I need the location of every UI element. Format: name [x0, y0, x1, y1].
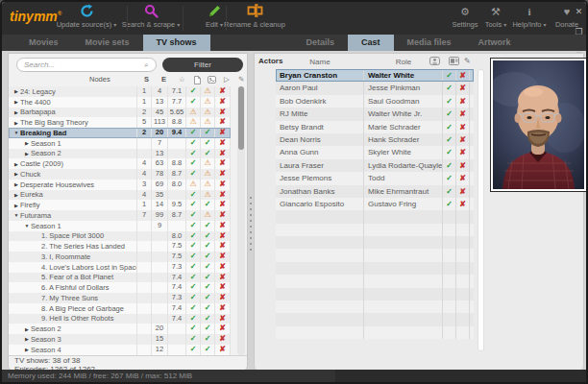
expand-arrow-icon[interactable]: ▶ — [12, 203, 20, 208]
season-count-cell: 2 — [137, 128, 152, 138]
images-icon[interactable] — [208, 75, 216, 84]
toolbar-help-info-button[interactable]: iHelp/Info ▾ — [508, 4, 551, 34]
tree-row[interactable]: ▶24: Legacy147.1✓⚠✘ — [9, 86, 231, 97]
expand-arrow-icon[interactable]: ▶ — [23, 326, 31, 332]
expand-arrow-icon[interactable]: ▶ — [23, 336, 31, 342]
tree-row[interactable]: ▶Season 213✓✓✘ — [9, 149, 231, 159]
tree-row[interactable]: ▶Castle (2009)4638.8✓⚠✘ — [9, 158, 231, 169]
cast-row[interactable]: Anna GunnSkyler White✓✘ — [276, 146, 474, 158]
cast-row[interactable]: Aaron PaulJesse Pinkman✓✘ — [276, 82, 474, 94]
collapse-arrow-icon[interactable]: ▼ — [12, 212, 20, 218]
tab-movie-sets[interactable]: Movie sets — [72, 35, 143, 51]
rating-cell: 9.5 — [168, 200, 186, 210]
expand-arrow-icon[interactable]: ▶ — [23, 347, 31, 352]
watched-missing-icon: ✘ — [215, 97, 231, 108]
tree-node-label: 5. Fear of a Bot Planet — [41, 273, 113, 281]
tree-row[interactable]: 2. The Series Has Landed7.5✓✓✘ — [9, 241, 231, 252]
tree-row[interactable]: ▼Breaking Bad2209.4✓✓✘ — [9, 128, 231, 138]
cast-row[interactable]: Betsy BrandtMarie Schrader✓✘ — [276, 121, 474, 133]
tree-row[interactable]: 7. My Three Suns7.3✓✓✘ — [9, 293, 231, 303]
tree-row[interactable]: ▶Desperate Housewives3698.0⚠⚠✘ — [9, 180, 231, 190]
tree-row[interactable]: 8. A Big Piece of Garbage7.4✓✓✘ — [9, 303, 231, 314]
tree-node-label: Desperate Housewives — [20, 180, 94, 189]
collapse-arrow-icon[interactable]: ▼ — [12, 130, 20, 135]
tree-row[interactable]: 5. Fear of a Bot Planet7.4✓✓✘ — [9, 273, 231, 283]
expand-arrow-icon[interactable]: ▶ — [12, 99, 20, 105]
toolbar-separator — [183, 6, 184, 31]
detail-tab-artwork[interactable]: Artwork — [465, 35, 525, 51]
cast-row[interactable]: Giancarlo EspositoGustavo Fring✓✘ — [276, 198, 474, 210]
tree-row[interactable]: ▶Chuck4788.7✓⚠✘ — [9, 169, 231, 180]
cast-empty-row — [276, 313, 474, 325]
expand-arrow-icon[interactable]: ▶ — [12, 161, 20, 167]
cast-row[interactable]: RJ MitteWalter White Jr.✓✘ — [276, 108, 474, 120]
cast-row[interactable]: Jesse PlemonsTodd✓✘ — [276, 172, 474, 184]
expand-arrow-icon[interactable]: ▶ — [12, 181, 20, 187]
cast-scrollbar[interactable] — [478, 69, 484, 351]
actor-role-cell: Hank Schrader — [364, 133, 443, 146]
tree-node-label: Season 2 — [31, 149, 61, 157]
tree-row[interactable]: 4. Love's Labors Lost in Space7.3✓✓✘ — [9, 262, 231, 273]
detail-tab-details[interactable]: Details — [293, 35, 349, 51]
rating-star-icon[interactable]: ☆ — [179, 75, 185, 84]
episode-count-cell — [152, 241, 168, 252]
tree-row[interactable]: 1. Space Pilot 30008.0✓✓✘ — [9, 231, 231, 242]
expand-arrow-icon[interactable]: ▶ — [12, 120, 20, 126]
tab-tv-shows[interactable]: TV shows — [143, 35, 210, 51]
empty-cell — [276, 249, 364, 261]
search-input[interactable] — [16, 58, 157, 72]
detail-tab-cast[interactable]: Cast — [348, 35, 394, 51]
images-warning-icon: ⚠ — [201, 169, 215, 180]
tree-row[interactable]: ▶The 44001137.7✓⚠✘ — [9, 97, 231, 108]
tree-row[interactable]: 6. A Fishful of Dollars7.4✓✓✘ — [9, 282, 231, 293]
tree-row[interactable]: ▼Futurama7998.7✓⚠✘ — [9, 210, 231, 221]
cast-row[interactable]: Bryan CranstonWalter White✓✘ — [276, 69, 474, 82]
tree-row[interactable]: 3. I, Roommate7.5✓✓✘ — [9, 252, 231, 262]
tree-row[interactable]: 9. Hell is Other Robots7.4✓✓✘ — [9, 314, 231, 324]
tree-header-episodes[interactable]: E — [161, 75, 166, 84]
tree-row-label-cell: ▶The Big Bang Theory — [9, 117, 137, 128]
actor-entry-icon[interactable] — [449, 57, 459, 65]
season-count-cell — [137, 334, 152, 345]
nfo-document-icon[interactable] — [194, 75, 201, 84]
expand-arrow-icon[interactable]: ▶ — [23, 151, 31, 156]
tab-movies[interactable]: Movies — [15, 35, 72, 51]
actor-image-check-icon: ✓ — [443, 172, 456, 184]
tree-row[interactable]: ▶Season 220✓✓✘ — [9, 324, 231, 334]
season-count-cell: 1 — [137, 86, 152, 97]
tree-row[interactable]: ▶Season 315✓✓✘ — [9, 334, 231, 345]
cast-row[interactable]: Dean NorrisHank Schrader✓✘ — [276, 133, 474, 146]
expand-arrow-icon[interactable]: ▶ — [23, 140, 31, 146]
tree-scrollbar[interactable] — [237, 86, 245, 355]
tree-row[interactable]: ▶Barbapapa2455.65⚠⚠✘ — [9, 108, 231, 118]
tree-row[interactable]: ▶Firefly1149.5✓✓✘ — [9, 200, 231, 210]
tree-header-nodes[interactable]: Nodes — [89, 75, 110, 84]
empty-cell — [364, 210, 443, 223]
tree-row[interactable]: ▶Season 17✓✓✘ — [9, 138, 231, 149]
expand-arrow-icon[interactable]: ▶ — [12, 171, 20, 177]
filter-button[interactable]: Filter — [162, 58, 243, 72]
tree-header-seasons[interactable]: S — [144, 75, 149, 84]
tree-row[interactable]: ▶Season 412✓✓✘ — [9, 345, 231, 355]
tree-row[interactable]: ▶The Big Bang Theory51138.8⚠⚠✘ — [9, 117, 231, 128]
expand-arrow-icon[interactable]: ▶ — [12, 192, 20, 198]
tree-node-label: 24: Legacy — [20, 87, 56, 96]
cast-empty-row — [276, 210, 474, 223]
actor-image-icon[interactable] — [429, 57, 440, 65]
column-config-pencil-icon[interactable]: ✎ — [238, 75, 244, 84]
edit-cast-pencil-icon[interactable]: ✎ — [464, 57, 471, 65]
cast-row[interactable]: Bob OdenkirkSaul Goodman✓✘ — [276, 95, 474, 108]
watched-missing-icon: ✘ — [215, 180, 231, 190]
tree-row[interactable]: ▶Eureka435✓⚠✘ — [9, 190, 231, 201]
collapse-arrow-icon[interactable]: ▼ — [23, 223, 31, 228]
tree-row[interactable]: ▼Season 19✓✓✘ — [9, 221, 231, 231]
cast-row[interactable]: Jonathan BanksMike Ehrmantraut✓✘ — [276, 185, 474, 198]
trailer-play-icon[interactable]: ▷ — [224, 75, 230, 84]
cast-header-name[interactable]: Name — [276, 58, 364, 66]
close-window-button[interactable]: ✕ — [573, 6, 585, 18]
cast-row[interactable]: Laura FraserLydia Rodarte-Quayle✓✘ — [276, 159, 474, 172]
detail-tab-media-files[interactable]: Media files — [394, 35, 465, 51]
expand-arrow-icon[interactable]: ▶ — [12, 88, 20, 94]
expand-arrow-icon[interactable]: ▶ — [12, 109, 20, 115]
tree-scrollbar-thumb[interactable] — [238, 86, 244, 150]
